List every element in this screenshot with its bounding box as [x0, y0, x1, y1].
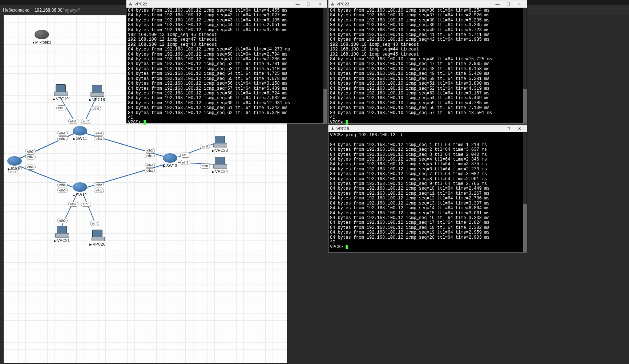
node-label: SW12: [76, 193, 86, 197]
close-button[interactable]: ✕: [514, 2, 525, 7]
maximize-button[interactable]: ☐: [303, 2, 314, 7]
port-label: eth4: [25, 165, 36, 170]
pc-icon: [54, 84, 67, 96]
terminal-vpc23[interactable]: 🖧 VPC23 — ☐ ✕ 84 bytes from 192.168.100.…: [328, 0, 527, 124]
switch-icon: [73, 126, 87, 136]
terminal-title: VPC19: [336, 126, 349, 131]
port-label: eth2: [145, 148, 155, 153]
node-vpc23[interactable]: ▶VPC23: [212, 136, 228, 153]
port-label: eth0: [200, 144, 210, 149]
minimize-button[interactable]: —: [292, 2, 303, 6]
node-sw13[interactable]: ▶SW13: [163, 153, 177, 168]
terminal-titlebar[interactable]: 🖧 VPC23 — ☐ ✕: [328, 0, 527, 8]
node-vpc18[interactable]: ▶VPC18: [89, 85, 105, 102]
close-button[interactable]: ✕: [514, 126, 525, 131]
node-mikrotik3[interactable]: ■Mikrotik3: [33, 30, 51, 44]
port-label: eth0: [57, 218, 68, 223]
scrollbar[interactable]: [523, 132, 527, 252]
port-label: eth7: [180, 160, 190, 165]
url-path: /legacy/#: [63, 8, 80, 13]
node-vpc19[interactable]: ▶VPC19: [53, 84, 69, 101]
terminal-titlebar[interactable]: 🖧 VPC19 — ☐ ✕: [328, 125, 527, 132]
terminal-icon: 🖧: [331, 127, 334, 131]
port-label: eth4: [94, 131, 104, 136]
switch-icon: [163, 153, 177, 163]
port-label: eth8: [81, 119, 91, 124]
port-label: eth2: [25, 154, 36, 159]
node-label: VPC20: [93, 242, 105, 246]
port-label: eth0: [91, 106, 101, 111]
scrollbar[interactable]: [323, 8, 327, 123]
port-label: eth3: [57, 188, 68, 193]
node-label: VPC21: [57, 238, 70, 243]
port-label: eth8: [180, 153, 190, 158]
port-label: eth8: [81, 202, 91, 207]
node-vpc24[interactable]: ▶VPC24: [212, 157, 228, 174]
port-label: eth2: [57, 131, 68, 136]
port-label: eth7: [68, 202, 78, 207]
close-button[interactable]: ✕: [314, 2, 325, 7]
port-label: eth4: [145, 163, 155, 168]
node-sw10[interactable]: ▶SW10: [7, 156, 22, 171]
terminal-icon: 🖧: [129, 2, 132, 6]
minimize-button[interactable]: —: [492, 2, 503, 6]
port-label: eth3: [94, 136, 104, 141]
pc-icon: [90, 85, 104, 97]
url-host: 192.168.86.30: [35, 8, 63, 13]
terminal-vpc19[interactable]: 🖧 VPC19 — ☐ ✕ VPCS> ping 192.168.100.12 …: [328, 125, 527, 252]
node-label: Mikrotik3: [35, 40, 51, 44]
port-label: eth1: [94, 188, 104, 193]
port-label: eth3: [145, 168, 155, 173]
pc-icon: [55, 226, 68, 238]
port-label: eth3: [25, 149, 36, 154]
terminal-icon: 🖧: [331, 2, 334, 6]
port-label: eth1: [145, 153, 155, 158]
terminal-output[interactable]: VPCS> ping 192.168.100.12 -t 84 bytes fr…: [328, 132, 527, 251]
node-label: VPC19: [56, 97, 69, 101]
router-icon: [35, 30, 49, 39]
node-sw12[interactable]: ■SW12: [73, 182, 87, 197]
terminal-output[interactable]: 84 bytes from 192.168.100.12 icmp_seq=41…: [126, 8, 327, 126]
node-vpc20[interactable]: ▶VPC20: [89, 230, 105, 246]
port-label: eth1: [57, 136, 68, 141]
terminal-titlebar[interactable]: 🖧 VPC22 — ☐ ✕: [126, 0, 327, 8]
node-label: SW11: [76, 136, 87, 141]
port-label: eth2: [94, 182, 104, 187]
port-label: eth0: [90, 221, 100, 226]
terminal-vpc22[interactable]: 🖧 VPC22 — ☐ ✕ 84 bytes from 192.168.100.…: [126, 0, 327, 124]
node-label: VPC24: [215, 169, 228, 174]
node-label: VPC23: [215, 148, 228, 153]
port-label: eth0: [56, 105, 66, 110]
node-vpc21[interactable]: ▶VPC21: [54, 226, 70, 243]
pc-icon: [91, 230, 104, 241]
scrollbar[interactable]: [523, 8, 527, 123]
port-label: eth0: [200, 163, 210, 169]
minimize-button[interactable]: —: [492, 126, 503, 131]
terminal-title: VPC22: [134, 2, 147, 6]
terminal-title: VPC23: [336, 2, 349, 6]
port-label: eth7: [68, 119, 78, 124]
node-sw11[interactable]: ▶SW11: [73, 126, 87, 141]
port-label: eth8: [8, 169, 18, 174]
pc-icon: [213, 136, 226, 147]
maximize-button[interactable]: ☐: [503, 2, 514, 7]
security-label: Небезопасно: [3, 8, 29, 13]
node-label: VPC18: [92, 97, 105, 102]
pc-icon: [213, 157, 226, 169]
switch-icon: [7, 156, 22, 166]
switch-icon: [73, 182, 87, 192]
port-label: eth4: [57, 182, 68, 187]
node-label: SW13: [166, 163, 177, 168]
terminal-output[interactable]: 84 bytes from 192.168.100.10 icmp_seq=36…: [328, 8, 527, 126]
maximize-button[interactable]: ☐: [503, 126, 514, 131]
